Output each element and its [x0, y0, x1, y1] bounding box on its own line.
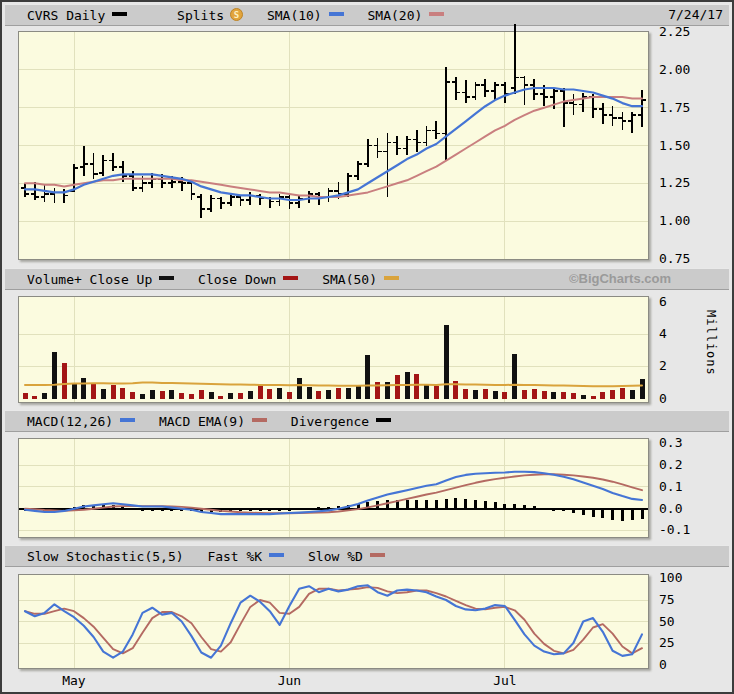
volume-legend-bar: Volume+ Close Up Close Down SMA(50) ©Big… — [5, 268, 729, 290]
y-tick-label: 0.2 — [659, 457, 682, 472]
chart-date: 7/24/17 — [668, 5, 723, 25]
y-tick-label: 0 — [659, 391, 667, 406]
macd-dash-icon — [120, 418, 135, 422]
macd-ema-legend: MACD EMA(9) — [159, 413, 267, 428]
macd-ema-dash-icon — [252, 418, 267, 422]
sma50-dash-icon — [384, 276, 399, 280]
symbol-legend: CVRS Daily — [27, 7, 127, 22]
symbol-label: CVRS Daily — [27, 8, 105, 23]
y-tick-label: 50 — [659, 614, 675, 629]
splits-legend: SplitsS — [177, 7, 243, 22]
y-tick-label: 0.75 — [659, 251, 690, 266]
stochastic-panel: 1007550250 — [2, 574, 732, 669]
macd-legend: MACD(12,26) — [27, 413, 135, 428]
close-down-legend: Close Down — [198, 271, 298, 286]
volume-chart — [19, 297, 648, 402]
y-tick-label: 1.50 — [659, 138, 690, 153]
y-tick-label: 25 — [659, 635, 675, 650]
sma50-label: SMA(50) — [322, 272, 377, 287]
slow-d-label: Slow %D — [308, 549, 363, 564]
macd-panel: 0.30.20.10.0-0.1 — [2, 438, 732, 538]
bigcharts-watermark: ©BigCharts.com — [569, 269, 671, 289]
bigcharts-widget: CVRS Daily SplitsS SMA(10) SMA(20) 7/24/… — [0, 0, 734, 694]
y-tick-label: 2.00 — [659, 62, 690, 77]
sma10-legend: SMA(10) — [267, 7, 344, 22]
splits-label: Splits — [177, 8, 224, 23]
stochastic-chart — [19, 575, 648, 668]
divergence-label: Divergence — [291, 414, 369, 429]
stochastic-plot-area — [18, 574, 649, 669]
y-tick-label: 1.25 — [659, 175, 690, 190]
y-tick-label: 0.3 — [659, 435, 682, 450]
y-tick-label: 0.0 — [659, 501, 682, 516]
x-tick-label: Jul — [493, 673, 516, 688]
y-tick-label: 4 — [659, 326, 667, 341]
stochastic-title-label: Slow Stochastic(5,5) — [27, 549, 184, 564]
sma20-legend: SMA(20) — [368, 7, 445, 22]
sma20-dash-icon — [429, 12, 444, 16]
volume-up-label: Volume+ Close Up — [27, 272, 152, 287]
volume-plot-area — [18, 296, 649, 403]
divergence-dash-icon — [376, 418, 391, 422]
fast-k-dash-icon — [269, 553, 284, 557]
close-down-label: Close Down — [198, 272, 276, 287]
price-legend-bar: CVRS Daily SplitsS SMA(10) SMA(20) 7/24/… — [5, 4, 729, 26]
macd-ema-label: MACD EMA(9) — [159, 414, 245, 429]
price-panel: 2.252.001.751.501.251.000.75 — [2, 31, 732, 260]
sma20-label: SMA(20) — [368, 8, 423, 23]
macd-label: MACD(12,26) — [27, 414, 113, 429]
stochastic-title-legend: Slow Stochastic(5,5) — [27, 548, 184, 563]
y-tick-label: 100 — [659, 570, 682, 585]
macd-chart — [19, 439, 648, 537]
volume-up-legend: Volume+ Close Up — [27, 271, 174, 286]
x-axis-labels: MayJunJul — [2, 669, 732, 693]
volume-up-dash-icon — [159, 276, 174, 280]
macd-plot-area — [18, 438, 649, 538]
fast-k-legend: Fast %K — [207, 548, 284, 563]
y-tick-label: 1.75 — [659, 100, 690, 115]
macd-legend-bar: MACD(12,26) MACD EMA(9) Divergence — [5, 410, 729, 432]
sma50-legend: SMA(50) — [322, 271, 399, 286]
x-tick-label: May — [62, 673, 85, 688]
price-plot-area — [18, 31, 649, 260]
divergence-legend: Divergence — [291, 413, 391, 428]
y-tick-label: 6 — [659, 294, 667, 309]
sma10-dash-icon — [329, 12, 344, 16]
y-tick-label: 1.00 — [659, 213, 690, 228]
volume-axis-unit: Millions — [704, 310, 718, 376]
splits-coin-icon: S — [230, 8, 243, 21]
volume-panel: Millions 6420 — [2, 296, 732, 403]
close-down-dash-icon — [283, 276, 298, 280]
x-tick-label: Jun — [278, 673, 301, 688]
y-tick-label: 2.25 — [659, 24, 690, 39]
slow-d-dash-icon — [370, 553, 385, 557]
fast-k-label: Fast %K — [207, 549, 262, 564]
stochastic-legend-bar: Slow Stochastic(5,5) Fast %K Slow %D — [5, 545, 729, 567]
y-tick-label: 2 — [659, 358, 667, 373]
price-dash-icon — [112, 12, 127, 16]
y-tick-label: 0.1 — [659, 479, 682, 494]
slow-d-legend: Slow %D — [308, 548, 385, 563]
sma10-label: SMA(10) — [267, 8, 322, 23]
y-tick-label: -0.1 — [659, 522, 690, 537]
y-tick-label: 75 — [659, 592, 675, 607]
price-chart — [19, 32, 648, 259]
